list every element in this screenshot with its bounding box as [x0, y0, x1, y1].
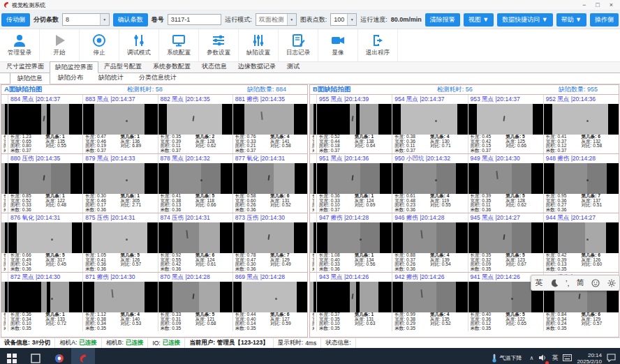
defect-cell[interactable]: 954 黑点 |20:14:37长度: 0.38宽度: 0.36面积: 0.11…: [392, 95, 468, 153]
defect-cell[interactable]: 882 黑点 |20:14:35长度: 0.35宽度: 0.39面积: 0.11…: [158, 95, 233, 153]
ime-simplified-button[interactable]: 简: [577, 278, 584, 288]
defect-cell[interactable]: 871 擦伤 |20:14:30长度: 1.12宽度: 0.38面积: 0.34…: [83, 273, 158, 331]
log-record-button[interactable]: 日志记录: [279, 29, 318, 61]
taskbar-clock[interactable]: 20:14 2025/2/10: [577, 352, 602, 364]
defect-cell[interactable]: 876 氧化 |20:14:31长度: 0.66宽度: 0.49面积: 0.24…: [8, 213, 83, 272]
ime-english-button[interactable]: 英: [535, 278, 542, 288]
moon-icon[interactable]: [550, 279, 559, 287]
volume-button[interactable]: [538, 354, 547, 363]
minimize-button[interactable]: −: [582, 0, 586, 10]
help-menu-button[interactable]: 帮助 ▼: [556, 13, 586, 26]
stat-line: 对比: 0.66: [195, 203, 230, 208]
sub-tab-2[interactable]: 缺陷统计: [91, 72, 131, 84]
main-tab-3[interactable]: 系统参数配置: [147, 61, 196, 73]
defect-cell[interactable]: 943 黑点 |20:14:26长度: 0.37宽度: 0.35面积: 0.10…: [317, 273, 392, 331]
taskbar-app-browser[interactable]: [47, 348, 71, 364]
chart-points-select[interactable]: 100 ▼: [330, 13, 357, 26]
defect-cell[interactable]: 945 黑点 |20:14:27长度: 0.35宽度: 0.32面积: 0.09…: [468, 213, 544, 272]
hidden-icons-chevron[interactable]: ∧: [530, 355, 534, 361]
panel-title: B面缺陷拍图: [313, 85, 350, 94]
defect-cell[interactable]: 869 黑点 |20:14:28长度: 0.44宽度: 0.40面积: 0.14…: [233, 273, 307, 331]
defect-cell[interactable]: 948 擦伤 |20:14:28长度: 0.95宽度: 0.36面积: 0.27…: [544, 154, 619, 213]
param-settings-button[interactable]: 参数设置: [199, 29, 239, 61]
defect-image: [544, 222, 619, 253]
defect-cell[interactable]: 946 擦伤 |20:14:28长度: 0.88宽度: 0.37面积: 0.26…: [392, 213, 468, 272]
defect-cell[interactable]: 879 黑点 |20:14:33长度: 0.30宽度: 0.46面积: 0.17…: [83, 154, 158, 213]
defect-cell[interactable]: 881 擦伤 |20:14:35长度: 0.76宽度: 0.33面积: 0.21…: [233, 95, 307, 153]
sub-tab-1[interactable]: 缺陷分布: [50, 72, 91, 84]
ime-language-indicator[interactable]: 英: [552, 354, 558, 363]
defect-cell[interactable]: 953 黑点 |20:14:37长度: 0.45宽度: 0.42面积: 0.15…: [468, 95, 544, 153]
stat-line: 米数: 0.37: [161, 149, 195, 153]
defect-cell[interactable]: 880 压伤 |20:14:35长度: 0.85宽度: 0.52面积: 0.33…: [8, 154, 83, 213]
run-mode-select[interactable]: 双面检测 ▼: [256, 13, 297, 26]
task-view-button[interactable]: [24, 348, 47, 364]
confirm-count-button[interactable]: 确认条数: [113, 13, 148, 26]
title-bar: 视觉检测系统 − □ ×: [0, 0, 620, 10]
drive-side-button[interactable]: 传动侧: [1, 13, 30, 26]
start-button[interactable]: 开始: [40, 29, 80, 61]
stat-line: 对比: 0.69: [355, 203, 390, 208]
status-label: IO:: [152, 340, 160, 347]
defect-cell[interactable]: 872 黑点 |20:14:30长度: 0.36宽度: 0.34面积: 0.10…: [8, 273, 83, 331]
defect-cell[interactable]: 949 黑点 |20:14:30长度: 0.39宽度: 0.35面积: 0.11…: [468, 154, 544, 213]
weather-widget[interactable]: 气温下降: [489, 354, 525, 363]
defect-cell[interactable]: 873 压伤 |20:14:30长度: 0.78宽度: 0.47面积: 0.30…: [233, 213, 307, 272]
clear-alarm-button[interactable]: 清除报警: [425, 13, 460, 26]
defect-cell[interactable]: 883 黑点 |20:14:37长度: 0.47宽度: 0.46面积: 0.19…: [83, 95, 158, 153]
data-quick-access-menu-button[interactable]: 数据快捷访问 ▼: [497, 13, 552, 26]
main-tab-6[interactable]: 测试: [281, 61, 305, 73]
defect-cell[interactable]: 944 黑点 |20:14:27长度: 0.42宽度: 0.39面积: 0.13…: [544, 213, 619, 272]
action-center-button[interactable]: [607, 354, 616, 363]
panel-header-b: B面缺陷拍图检测耗时: 56缺陷数量: 955: [310, 85, 619, 94]
defect-cell[interactable]: 877 氧化 |20:14:31长度: 0.58宽度: 0.60面积: 0.26…: [233, 154, 307, 213]
defect-cell[interactable]: 874 压伤 |20:14:31长度: 0.92宽度: 0.55面积: 0.42…: [158, 213, 233, 272]
stop-button[interactable]: 停止: [80, 29, 119, 61]
defect-cell[interactable]: 884 黑点 |20:14:37长度: 1.23宽度: 0.65面积: 0.80…: [8, 95, 83, 153]
defect-image: [8, 163, 82, 194]
main-tab-2[interactable]: 产品型号配置: [98, 61, 147, 73]
defect-cell[interactable]: 951 黑点 |20:14:36长度: 0.36宽度: 0.33面积: 0.10…: [317, 154, 392, 213]
stat-line: 对比: 0.51: [581, 203, 617, 208]
admin-login-button[interactable]: 管理登录: [0, 29, 40, 61]
defect-cell[interactable]: 950 小凹坑 |20:14:32长度: 0.61宽度: 0.48面积: 0.2…: [392, 154, 468, 213]
main-tab-0[interactable]: 尺寸监控界面: [1, 61, 50, 73]
roll-number-input[interactable]: 3117-1: [168, 14, 221, 25]
defect-image: [8, 282, 82, 312]
defect-cell[interactable]: 942 擦伤 |20:14:26长度: 0.99宽度: 0.38面积: 0.29…: [392, 273, 468, 331]
main-tab-5[interactable]: 边缘数据记录: [232, 61, 281, 73]
panel-header-a: A面缺陷拍图检测耗时: 58缺陷数量: 884: [1, 85, 307, 94]
close-button[interactable]: ×: [610, 0, 613, 10]
defect-cell[interactable]: 875 压伤 |20:14:31长度: 1.05宽度: 0.41面积: 0.36…: [83, 213, 158, 272]
system-config-button[interactable]: 系统配置: [159, 29, 199, 61]
main-tab-4[interactable]: 状态信息: [196, 61, 232, 73]
taskbar-app-inspection[interactable]: [71, 348, 95, 364]
slit-count-select[interactable]: 8 ▼: [62, 13, 110, 26]
touch-keyboard-button[interactable]: [563, 354, 572, 363]
imaging-button[interactable]: 显像: [318, 29, 358, 61]
stop-icon: [92, 33, 106, 47]
maximize-button[interactable]: □: [596, 0, 599, 10]
stat-line: 米数: 0.37: [319, 208, 355, 213]
operator-side-button[interactable]: 操作侧: [590, 13, 619, 26]
defect-cell-header: 877 氧化 |20:14:31: [233, 154, 307, 163]
gear-icon[interactable]: [607, 279, 616, 287]
exit-program-button[interactable]: 退出程序: [358, 29, 398, 61]
defect-cell[interactable]: 878 黑点 |20:14:32长度: 0.41宽度: 0.38面积: 0.13…: [158, 154, 233, 213]
ime-punctuation-button[interactable]: ’,: [566, 279, 570, 287]
defect-cell[interactable]: 947 擦伤 |20:14:28长度: 1.08宽度: 0.40面积: 0.33…: [317, 213, 392, 272]
sub-tab-3[interactable]: 分类信息统计: [131, 72, 184, 84]
defect-cell[interactable]: 952 黑点 |20:14:36长度: 0.41宽度: 0.37面积: 0.12…: [544, 95, 619, 153]
defect-cell[interactable]: 955 黑点 |20:14:39长度: 0.52宽度: 0.44面积: 0.18…: [317, 95, 392, 153]
emoji-icon[interactable]: [591, 279, 600, 287]
stats-right-column: 第几条: 1灰度: 135对比: 0.55: [45, 135, 80, 153]
view-menu-button[interactable]: 视图 ▼: [464, 13, 494, 26]
debug-mode-button[interactable]: 调试模式: [119, 29, 159, 61]
defect-cell[interactable]: 870 黑点 |20:14:28长度: 0.33宽度: 0.31面积: 0.09…: [158, 273, 233, 331]
stats-left-column: 长度: 0.45宽度: 0.42面积: 0.15米数: 0.37: [471, 135, 506, 153]
defect-settings-button[interactable]: 缺陷设置: [239, 29, 279, 61]
stat-line: 米数: 0.35: [85, 326, 120, 331]
sub-tab-0[interactable]: 缺陷信息: [10, 73, 50, 84]
stat-line: 米数: 0.35: [319, 326, 355, 331]
start-button[interactable]: [0, 348, 24, 364]
